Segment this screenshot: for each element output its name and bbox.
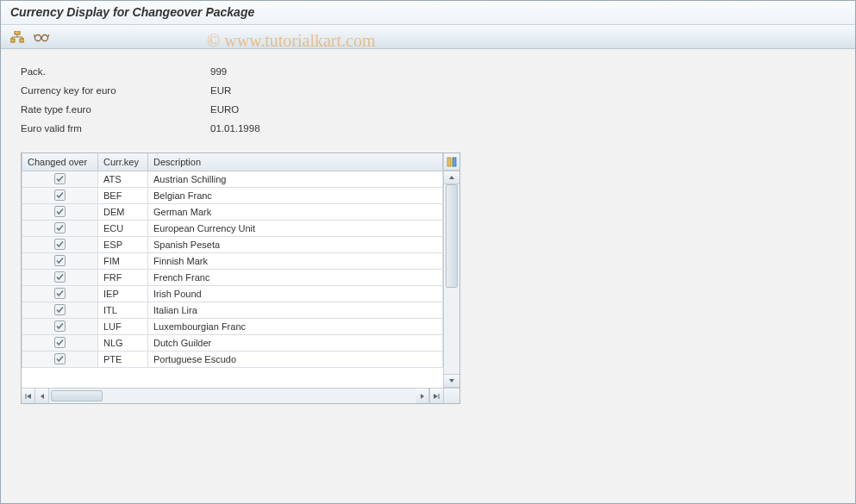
field-label: Currency key for euro [21,85,210,96]
table-row[interactable]: FIMFinnish Mark [22,252,443,269]
checkbox-icon[interactable] [54,190,66,201]
cell-description[interactable]: Spanish Peseta [148,236,443,252]
svg-rect-11 [447,158,451,166]
scroll-right-icon[interactable] [416,389,429,403]
cell-currkey[interactable]: DEM [98,203,148,220]
col-header-key[interactable]: Curr.key [98,153,148,171]
table-row[interactable]: FRFFrench Franc [22,269,443,285]
cell-changed[interactable] [22,236,98,252]
field-value: 999 [210,66,383,77]
scroll-corner [443,389,459,403]
scroll-down-icon[interactable] [444,374,459,388]
cell-currkey[interactable]: PTE [98,351,148,367]
cell-currkey[interactable]: IEP [98,285,148,302]
field-currency-key: Currency key for euro EUR [21,85,835,96]
svg-rect-6 [20,39,24,42]
cell-changed[interactable] [22,187,98,203]
structure-icon[interactable] [9,29,26,45]
cell-currkey[interactable]: ECU [98,220,148,236]
svg-point-8 [42,34,48,40]
table-row[interactable]: PTEPortuguese Escudo [22,351,443,367]
glasses-icon[interactable] [33,29,50,45]
scroll-left-first-icon[interactable] [22,389,35,403]
field-value: EUR [210,85,383,96]
table-row[interactable]: LUFLuxembourgian Franc [22,318,443,334]
page-title: Currency Display for Changeover Package [10,5,254,19]
cell-description[interactable]: French Franc [148,269,443,285]
field-label: Pack. [21,66,210,77]
cell-currkey[interactable]: LUF [98,318,148,334]
cell-changed[interactable] [22,171,98,187]
horizontal-scrollbar[interactable] [22,388,459,403]
checkbox-icon[interactable] [54,222,66,233]
hscroll-thumb[interactable] [51,390,103,401]
cell-description[interactable]: Italian Lira [148,302,443,318]
cell-changed[interactable] [22,351,98,367]
cell-currkey[interactable]: ITL [98,302,148,318]
table-row[interactable]: ESPSpanish Peseta [22,236,443,252]
col-header-changed[interactable]: Changed over [22,153,98,171]
table-right-strip [443,153,459,388]
table-row[interactable]: IEPIrish Pound [22,285,443,302]
cell-description[interactable]: Irish Pound [148,285,443,302]
field-pack: Pack. 999 [21,66,835,77]
cell-changed[interactable] [22,285,98,302]
cell-description[interactable]: Portuguese Escudo [148,351,443,367]
field-rate-type: Rate type f.euro EURO [21,104,835,115]
title-bar: Currency Display for Changeover Package [0,0,856,25]
currency-table: Changed over Curr.key Description ATSAus… [21,152,460,404]
svg-rect-0 [15,31,20,34]
checkbox-icon[interactable] [54,239,66,250]
field-value: EURO [210,104,383,115]
cell-changed[interactable] [22,220,98,236]
scroll-left-icon[interactable] [35,389,49,403]
table-row[interactable]: ECUEuropean Currency Unit [22,220,443,236]
cell-description[interactable]: Austrian Schilling [148,171,443,187]
cell-currkey[interactable]: ATS [98,171,148,187]
checkbox-icon[interactable] [54,206,66,217]
svg-rect-12 [453,158,456,166]
table-row[interactable]: ITLItalian Lira [22,302,443,318]
cell-description[interactable]: Luxembourgian Franc [148,318,443,334]
vertical-scrollbar[interactable] [444,171,459,388]
cell-currkey[interactable]: NLG [98,334,148,351]
checkbox-icon[interactable] [54,173,66,184]
checkbox-icon[interactable] [54,353,66,364]
cell-currkey[interactable]: FRF [98,269,148,285]
cell-description[interactable]: European Currency Unit [148,220,443,236]
cell-description[interactable]: Finnish Mark [148,252,443,269]
scroll-up-icon[interactable] [444,171,459,184]
cell-changed[interactable] [22,252,98,269]
field-valid-from: Euro valid frm 01.01.1998 [21,123,835,134]
checkbox-icon[interactable] [54,304,66,315]
cell-description[interactable]: Dutch Guilder [148,334,443,351]
checkbox-icon[interactable] [54,255,66,266]
scroll-thumb[interactable] [446,184,458,288]
cell-changed[interactable] [22,334,98,351]
cell-changed[interactable] [22,302,98,318]
content-area: Pack. 999 Currency key for euro EUR Rate… [0,49,856,421]
table-row[interactable]: DEMGerman Mark [22,203,443,220]
hscroll-track[interactable] [49,389,416,403]
table-row[interactable]: BEFBelgian Franc [22,187,443,203]
checkbox-icon[interactable] [54,271,66,283]
cell-description[interactable]: Belgian Franc [148,187,443,203]
cell-currkey[interactable]: BEF [98,187,148,203]
toolbar [0,25,856,49]
svg-line-9 [34,34,35,37]
scroll-right-last-icon[interactable] [429,389,443,403]
cell-currkey[interactable]: FIM [98,252,148,269]
table-row[interactable]: ATSAustrian Schilling [22,171,443,187]
cell-currkey[interactable]: ESP [98,236,148,252]
table-config-button[interactable] [444,153,459,171]
checkbox-icon[interactable] [54,337,66,348]
cell-description[interactable]: German Mark [148,203,443,220]
checkbox-icon[interactable] [54,320,66,332]
cell-changed[interactable] [22,318,98,334]
cell-changed[interactable] [22,203,98,220]
cell-changed[interactable] [22,269,98,285]
col-header-desc[interactable]: Description [148,153,443,171]
field-value: 01.01.1998 [210,123,383,134]
table-row[interactable]: NLGDutch Guilder [22,334,443,351]
checkbox-icon[interactable] [54,288,66,299]
